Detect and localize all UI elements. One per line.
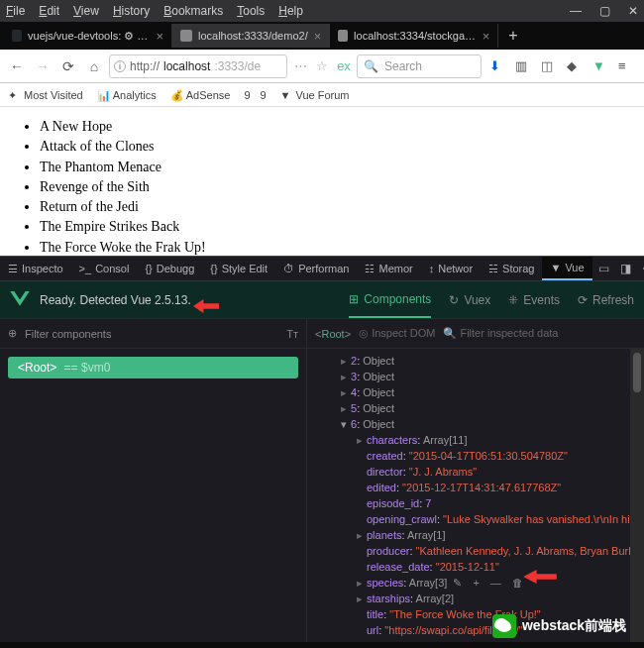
data-object-row[interactable]: ▾6: Object (317, 416, 644, 432)
prop-actions[interactable]: ✎ + — 🗑 (453, 577, 527, 589)
tab-close-icon[interactable]: × (314, 29, 322, 44)
devtools-tab-style edit[interactable]: {}Style Edit (202, 257, 275, 280)
favicon-icon (180, 30, 192, 42)
component-data-panel: ▸2: Object▸3: Object▸4: Object▸5: Object… (307, 349, 644, 642)
devtools-tab-debugg[interactable]: {}Debugg (137, 257, 202, 280)
browser-tab[interactable]: localhost:3333/demo2/× (172, 24, 330, 48)
download-icon[interactable]: ⬇ (489, 58, 505, 74)
data-prop-row[interactable]: ▸characters: Array[11] (317, 432, 644, 448)
window-maximize-icon[interactable]: ▢ (599, 4, 610, 18)
data-prop-row[interactable]: director: "J. J. Abrams" (317, 464, 644, 480)
bookmark-item[interactable]: 📊Analytics (97, 89, 157, 101)
data-object-row[interactable]: ▸3: Object (317, 369, 644, 384)
devtools-tab-storag[interactable]: ☵Storag (481, 257, 542, 280)
home-button[interactable]: ⌂ (83, 55, 105, 77)
vue-extension-icon[interactable]: ▼ (592, 58, 608, 74)
tab-close-icon[interactable]: × (156, 29, 163, 44)
vue-tab-events[interactable]: ⁜Events (508, 293, 560, 307)
data-object-row[interactable]: ▸2: Object (317, 353, 644, 369)
caret-icon[interactable]: ▸ (357, 527, 367, 543)
back-button[interactable]: ← (6, 55, 28, 77)
scrollbar[interactable] (630, 349, 644, 642)
format-icon[interactable]: Tт (286, 328, 298, 340)
hamburger-menu-icon[interactable]: ≡ (618, 58, 634, 74)
devtools-dock-icon[interactable]: ◨ (620, 262, 636, 275)
window-minimize-icon[interactable]: — (570, 4, 582, 18)
info-icon[interactable]: i (114, 60, 126, 72)
list-item: Revenge of the Sith (40, 177, 630, 197)
bookmark-item[interactable]: ▼Vue Forum (280, 89, 350, 101)
data-prop-row[interactable]: ▸planets: Array[1] (317, 527, 644, 543)
forward-button[interactable]: → (32, 55, 54, 77)
bookmark-item[interactable]: ✦Most Visited (8, 89, 83, 101)
pocket-icon[interactable]: ◆ (567, 58, 583, 74)
devtools-tab-networ[interactable]: ↕Networ (421, 257, 481, 280)
caret-icon[interactable]: ▸ (357, 432, 367, 448)
devtools-tab-consol[interactable]: >_Consol (71, 257, 138, 280)
caret-icon[interactable]: ▸ (357, 638, 367, 642)
devtools-tab-memor[interactable]: ☷Memor (357, 257, 420, 280)
events-icon: ⁜ (508, 293, 518, 307)
select-component-icon[interactable]: ⊕ (8, 327, 17, 340)
filter-components-input[interactable]: Filter components (25, 328, 278, 340)
extension-icon[interactable]: ex (335, 58, 353, 73)
component-tree-root[interactable]: <Root> == $vm0 (8, 357, 298, 378)
caret-icon[interactable]: ▸ (341, 400, 351, 416)
bookmark-icon: 📊 (97, 89, 109, 101)
data-prop-row[interactable]: producer: "Kathleen Kennedy, J. J. Abram… (317, 543, 644, 559)
new-tab-button[interactable]: + (498, 27, 527, 45)
caret-icon[interactable]: ▸ (357, 575, 367, 591)
data-prop-row[interactable]: release_date: "2015-12-11" (317, 559, 644, 575)
selected-component-label: <Root> (315, 328, 351, 340)
data-prop-row[interactable]: episode_id: 7 (317, 495, 644, 511)
caret-icon[interactable]: ▸ (341, 353, 351, 369)
window-close-icon[interactable]: ✕ (628, 4, 638, 18)
bookmark-item[interactable]: 💰AdSense (170, 89, 231, 101)
vue-tab-refresh[interactable]: ⟳Refresh (578, 293, 634, 307)
vue-tab-components[interactable]: ⊞Components (349, 292, 431, 318)
data-prop-row[interactable]: created: "2015-04-17T06:51:30.504780Z" (317, 448, 644, 464)
caret-icon[interactable]: ▸ (341, 369, 351, 384)
address-bar[interactable]: i http://localhost:3333/de (109, 54, 287, 78)
url-scheme: http:// (130, 59, 160, 73)
data-prop-row[interactable]: ▸vehicles: Array[0] (317, 638, 644, 642)
devtab-icon: ▼ (550, 262, 561, 273)
data-prop-row[interactable]: opening_crawl: "Luke Skywalker has vanis… (317, 511, 644, 527)
caret-icon[interactable]: ▸ (357, 591, 367, 606)
vue-tab-vuex[interactable]: ↻Vuex (449, 293, 490, 307)
search-bar[interactable]: 🔍 Search (357, 54, 482, 78)
favicon-icon (338, 30, 348, 42)
browser-tab[interactable]: localhost:3334/stockgame.html× (330, 24, 498, 48)
menu-edit[interactable]: Edit (39, 4, 59, 18)
bookmark-item[interactable]: 99 (244, 89, 266, 101)
data-object-row[interactable]: ▸5: Object (317, 400, 644, 416)
filter-data-input[interactable]: 🔍 Filter inspected data (443, 327, 558, 340)
devtools-tab-performan[interactable]: ⏱Performan (275, 257, 357, 280)
menu-file[interactable]: File (6, 4, 25, 18)
menu-tools[interactable]: Tools (237, 4, 265, 18)
caret-icon[interactable]: ▸ (341, 384, 351, 400)
data-prop-row[interactable]: edited: "2015-12-17T14:31:47.617768Z" (317, 480, 644, 495)
data-prop-row[interactable]: ▸starships: Array[2] (317, 591, 644, 606)
library-icon[interactable]: ▥ (515, 58, 531, 74)
bookmark-star-icon[interactable]: ☆ (313, 58, 331, 73)
browser-tab[interactable]: vuejs/vue-devtools: ⚙ Browse× (4, 24, 172, 48)
data-prop-row[interactable]: ▸species: Array[3]✎ + — 🗑 (317, 575, 644, 591)
tab-close-icon[interactable]: × (483, 29, 490, 44)
menu-view[interactable]: View (73, 4, 99, 18)
devtools-responsive-icon[interactable]: ▭ (598, 262, 614, 275)
page-action-icon[interactable]: ⋯ (291, 58, 309, 73)
devtab-icon: ☵ (488, 263, 498, 275)
reload-button[interactable]: ⟳ (57, 55, 79, 77)
menu-help[interactable]: Help (278, 4, 303, 18)
devtools-tab-inspecto[interactable]: ☰Inspecto (0, 257, 71, 280)
list-item: The Phantom Menace (40, 158, 630, 177)
menu-history[interactable]: History (113, 4, 150, 18)
data-object-row[interactable]: ▸4: Object (317, 384, 644, 400)
sidebar-icon[interactable]: ◫ (541, 58, 557, 74)
tab-title: vuejs/vue-devtools: ⚙ Browse (28, 30, 150, 43)
caret-icon[interactable]: ▾ (341, 416, 351, 432)
devtools-tab-vue[interactable]: ▼Vue (542, 257, 591, 280)
menu-bookmarks[interactable]: Bookmarks (163, 4, 223, 18)
inspect-dom-button[interactable]: ◎ Inspect DOM (359, 327, 435, 340)
